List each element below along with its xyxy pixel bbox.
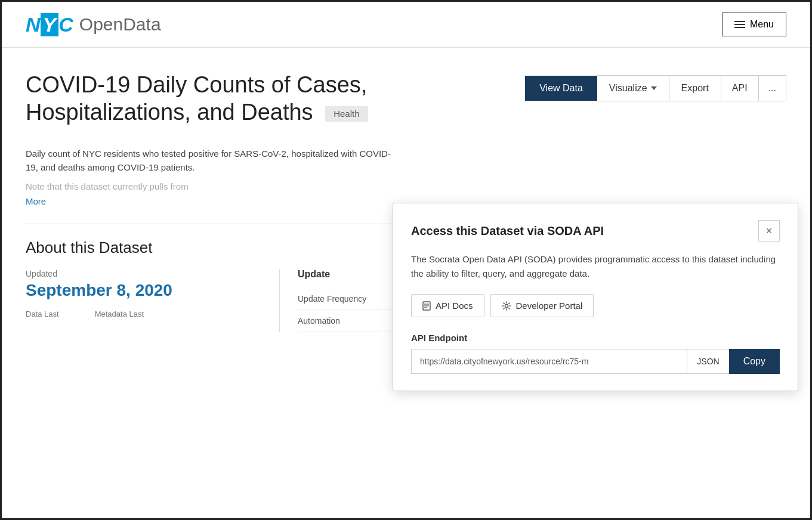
visualize-button[interactable]: Visualize (597, 75, 669, 101)
sub-labels: Data Last Metadata Last (26, 309, 261, 318)
metadata-last-label: Metadata Last (95, 309, 144, 318)
automation-label: Automation (298, 316, 340, 326)
developer-portal-button[interactable]: Developer Portal (490, 294, 594, 317)
about-left: Updated September 8, 2020 Data Last Meta… (26, 269, 279, 332)
popup-title: Access this Dataset via SODA API (411, 224, 604, 238)
close-popup-button[interactable]: × (758, 220, 780, 242)
nyc-logo: NYC (26, 13, 73, 36)
dataset-description: Daily count of NYC residents who tested … (26, 147, 396, 174)
view-data-button[interactable]: View Data (525, 76, 597, 101)
update-frequency-label: Update Frequency (298, 294, 366, 304)
json-format-badge: JSON (687, 349, 728, 374)
dataset-header: COVID-19 Daily Counts of Cases, Hospital… (26, 72, 786, 133)
api-docs-button[interactable]: API Docs (411, 294, 484, 317)
open-data-label: OpenData (79, 14, 161, 35)
dataset-note: Note that this dataset currently pulls f… (26, 181, 396, 191)
endpoint-row: JSON Copy (411, 349, 780, 374)
endpoint-label: API Endpoint (411, 333, 780, 343)
soda-popup: Access this Dataset via SODA API × The S… (393, 203, 798, 391)
dataset-title: COVID-19 Daily Counts of Cases, Hospital… (26, 72, 407, 126)
endpoint-input[interactable] (411, 349, 687, 374)
chevron-down-icon (651, 86, 657, 90)
updated-date: September 8, 2020 (26, 281, 261, 300)
api-button[interactable]: API (721, 75, 759, 101)
main-content: COVID-19 Daily Counts of Cases, Hospital… (2, 48, 810, 344)
title-area: COVID-19 Daily Counts of Cases, Hospital… (26, 72, 407, 133)
more-link[interactable]: More (26, 196, 46, 206)
svg-point-4 (505, 304, 508, 307)
page-header: NYC OpenData Menu (2, 2, 810, 48)
copy-button[interactable]: Copy (729, 349, 780, 374)
logo-area: NYC OpenData (26, 13, 161, 36)
gear-icon (502, 301, 511, 311)
more-button[interactable]: ... (759, 75, 786, 101)
updated-label: Updated (26, 269, 261, 278)
popup-buttons: API Docs Developer Portal (411, 294, 780, 317)
health-badge: Health (325, 106, 368, 122)
hamburger-icon (734, 21, 745, 28)
doc-icon (422, 301, 431, 311)
action-buttons: View Data Visualize Export API ... (525, 75, 786, 101)
menu-button[interactable]: Menu (722, 13, 786, 36)
export-button[interactable]: Export (669, 75, 721, 101)
data-last-label: Data Last (26, 309, 59, 318)
menu-label: Menu (750, 19, 774, 30)
popup-description: The Socrata Open Data API (SODA) provide… (411, 252, 780, 281)
popup-header: Access this Dataset via SODA API × (411, 220, 780, 242)
